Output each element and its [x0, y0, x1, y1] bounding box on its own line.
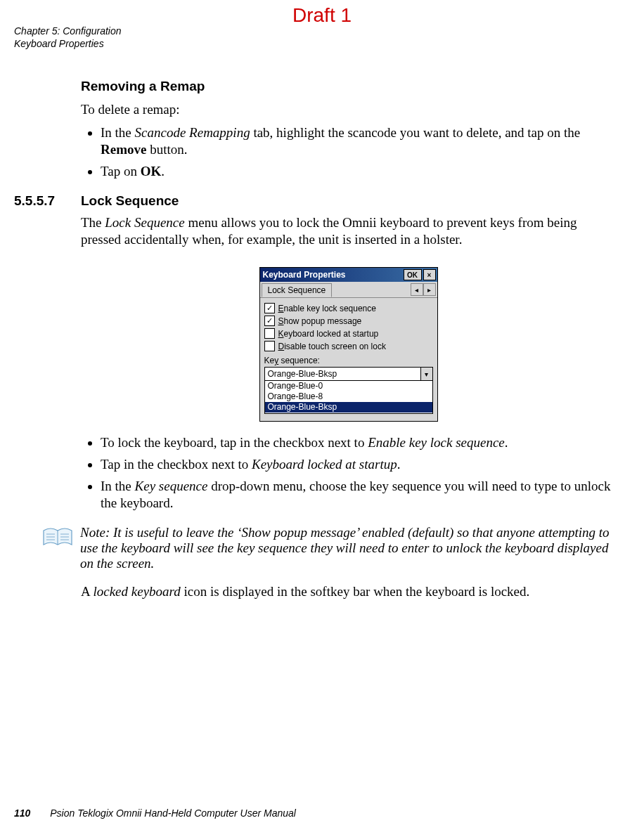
close-icon: × [427, 271, 432, 279]
combobox-value: Orange-Blue-Bksp [265, 369, 420, 379]
tab-scroll-right-button[interactable]: ▸ [423, 283, 436, 296]
intro-remove-remap: To delete a remap: [81, 101, 616, 119]
list-item: In the Scancode Remapping tab, highlight… [101, 124, 616, 159]
key-sequence-combobox[interactable]: Orange-Blue-Bksp ▾ [264, 367, 433, 381]
section-title: Lock Sequence [81, 193, 179, 209]
section-number: 5.5.5.7 [14, 193, 81, 209]
close-button[interactable]: × [423, 269, 436, 280]
checkbox-row: Keyboard locked at startup [264, 328, 433, 339]
note-block: Note: It is useful to leave the ‘Show po… [42, 525, 616, 571]
dialog-title: Keyboard Properties [263, 270, 346, 280]
checkbox-label: Show popup message [278, 316, 362, 326]
tab-scroll-left-button[interactable]: ◂ [411, 283, 423, 296]
chevron-right-icon: ▸ [427, 286, 431, 294]
chapter-line: Chapter 5: Configuration [14, 25, 122, 38]
key-sequence-listbox[interactable]: Orange-Blue-0Orange-Blue-8Orange-Blue-Bk… [264, 381, 433, 414]
checkbox[interactable]: ✓ [264, 303, 275, 313]
ok-button[interactable]: OK [404, 269, 422, 280]
draft-watermark: Draft 1 [0, 4, 644, 27]
section-line: Keyboard Properties [14, 38, 122, 51]
heading-removing-remap: Removing a Remap [81, 79, 616, 94]
book-icon [42, 526, 73, 550]
checkbox-row: ✓Show popup message [264, 316, 433, 326]
page-footer: 110 Psion Teklogix Omnii Hand-Held Compu… [14, 807, 296, 819]
keyboard-properties-dialog: Keyboard Properties OK × Lock Sequence ◂ [259, 267, 438, 422]
checkbox-label: Disable touch screen on lock [278, 342, 386, 351]
list-item: Tap on OK. [101, 163, 616, 181]
chevron-left-icon: ◂ [415, 286, 418, 294]
note-text: Note: It is useful to leave the ‘Show po… [80, 525, 616, 571]
running-header: Chapter 5: Configuration Keyboard Proper… [14, 25, 122, 50]
checkbox[interactable]: ✓ [264, 316, 275, 326]
checkbox-row: ✓Enable key lock sequence [264, 303, 433, 313]
tab-lock-sequence[interactable]: Lock Sequence [262, 283, 333, 297]
checkbox-label: Keyboard locked at startup [278, 329, 379, 339]
list-item[interactable]: Orange-Blue-8 [265, 391, 432, 402]
closing-paragraph: A locked keyboard icon is displayed in t… [81, 583, 616, 601]
manual-title: Psion Teklogix Omnii Hand-Held Computer … [50, 807, 296, 819]
chevron-down-icon: ▾ [425, 370, 428, 378]
checkbox-label: Enable key lock sequence [278, 304, 376, 313]
lock-sequence-intro: The Lock Sequence menu allows you to loc… [81, 214, 616, 249]
key-sequence-label: Key sequence: [264, 356, 433, 365]
dialog-titlebar: Keyboard Properties OK × [260, 268, 437, 282]
page-number: 110 [14, 807, 30, 819]
list-item[interactable]: Orange-Blue-0 [265, 381, 432, 391]
list-item[interactable]: Orange-Blue-Bksp [265, 402, 432, 413]
heading-lock-sequence: 5.5.5.7 Lock Sequence [14, 193, 616, 209]
tab-strip: Lock Sequence ◂ ▸ [260, 282, 437, 298]
list-item: To lock the keyboard, tap in the checkbo… [101, 434, 616, 452]
list-item: Tap in the checkbox next to Keyboard loc… [101, 456, 616, 474]
combobox-dropdown-button[interactable]: ▾ [420, 368, 432, 380]
checkbox-row: Disable touch screen on lock [264, 341, 433, 351]
list-item: In the Key sequence drop-down menu, choo… [101, 478, 616, 512]
remove-remap-steps: In the Scancode Remapping tab, highlight… [81, 124, 616, 181]
checkbox[interactable] [264, 341, 275, 351]
checkbox[interactable] [264, 328, 275, 339]
lock-sequence-steps: To lock the keyboard, tap in the checkbo… [81, 434, 616, 512]
